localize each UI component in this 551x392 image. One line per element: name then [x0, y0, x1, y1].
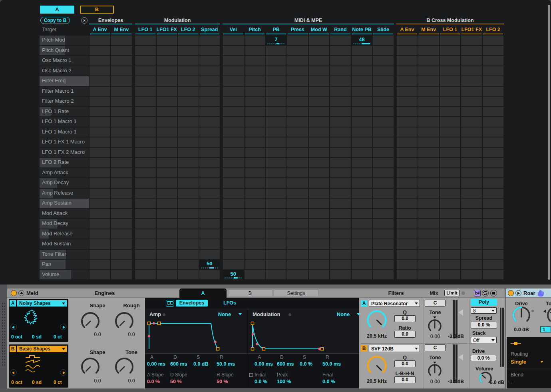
matrix-cell[interactable] — [266, 209, 286, 219]
matrix-cell[interactable] — [330, 229, 351, 239]
matrix-cell[interactable] — [135, 66, 156, 76]
mapping-hand-icon[interactable] — [537, 290, 544, 296]
filter-a-badge[interactable]: A — [361, 300, 367, 306]
matrix-cell[interactable] — [266, 270, 286, 280]
matrix-cell[interactable] — [245, 148, 265, 157]
matrix-cell[interactable] — [199, 76, 220, 86]
matrix-cell[interactable] — [199, 107, 220, 117]
matrix-cell[interactable] — [178, 189, 199, 198]
matrix-cell[interactable] — [373, 178, 394, 188]
matrix-cell[interactable] — [199, 97, 220, 106]
matrix-cell[interactable] — [199, 270, 220, 280]
engine-b-semitone[interactable]: 0 sd — [27, 380, 47, 385]
matrix-cell[interactable] — [352, 189, 372, 198]
matrix-cell[interactable] — [178, 36, 199, 45]
matrix-cell[interactable] — [199, 178, 220, 188]
matrix-cell[interactable] — [90, 219, 110, 229]
matrix-cell[interactable] — [483, 209, 503, 219]
matrix-cell[interactable] — [287, 97, 308, 106]
matrix-cell[interactable] — [352, 66, 372, 76]
mod-env-param-value[interactable]: 600 ms — [277, 361, 294, 367]
spread-field[interactable]: 0.0 % — [471, 322, 497, 328]
mix-b-level-value[interactable]: -3.0 dB — [444, 379, 468, 384]
matrix-cell[interactable] — [352, 117, 372, 127]
matrix-cell[interactable] — [483, 117, 503, 127]
matrix-cell[interactable] — [199, 46, 220, 56]
matrix-cell[interactable] — [418, 66, 439, 76]
matrix-cell[interactable] — [157, 270, 177, 280]
matrix-target-row-label[interactable]: LFO 2 Rate — [40, 158, 89, 167]
matrix-target-row-label[interactable]: Pitch Mod — [40, 36, 89, 45]
matrix-cell[interactable] — [157, 148, 177, 157]
engine-b-next-button[interactable] — [60, 369, 66, 376]
matrix-target-row-label[interactable]: Filter Macro 2 — [40, 97, 89, 106]
matrix-cell[interactable] — [199, 127, 220, 137]
matrix-cell[interactable] — [352, 270, 372, 280]
matrix-cell[interactable] — [440, 56, 461, 66]
matrix-cell[interactable] — [418, 107, 439, 117]
matrix-cell[interactable] — [352, 158, 372, 167]
matrix-cell[interactable] — [330, 97, 351, 106]
matrix-cell[interactable] — [90, 229, 110, 239]
matrix-cell[interactable] — [309, 168, 330, 178]
matrix-cell[interactable] — [461, 148, 482, 157]
matrix-cell[interactable] — [178, 66, 199, 76]
matrix-cell[interactable] — [483, 76, 503, 86]
matrix-cell[interactable] — [90, 178, 110, 188]
matrix-cell[interactable] — [266, 219, 286, 229]
mix-b-tone-knob[interactable] — [427, 363, 443, 379]
matrix-cell[interactable] — [330, 219, 351, 229]
matrix-cell[interactable] — [418, 270, 439, 280]
rough-a-knob[interactable] — [114, 311, 135, 332]
matrix-cell[interactable] — [418, 178, 439, 188]
matrix-cell[interactable] — [418, 189, 439, 198]
amp-env-mod-select[interactable]: None — [215, 311, 234, 317]
filter-b-badge[interactable]: B — [361, 345, 367, 352]
matrix-cell[interactable] — [111, 148, 132, 157]
matrix-cell[interactable] — [330, 199, 351, 208]
matrix-cell[interactable] — [223, 219, 244, 229]
matrix-cell[interactable] — [418, 148, 439, 157]
matrix-cell[interactable] — [111, 127, 132, 137]
matrix-cell[interactable] — [199, 36, 220, 45]
matrix-cell[interactable] — [483, 178, 503, 188]
matrix-cell[interactable] — [483, 87, 503, 96]
matrix-target-row-label[interactable]: Amp Decay — [40, 178, 89, 188]
matrix-cell[interactable] — [397, 250, 418, 259]
matrix-cell[interactable] — [199, 66, 220, 76]
matrix-cell[interactable] — [245, 270, 265, 280]
mod-amount-slider[interactable] — [353, 43, 371, 44]
matrix-cell[interactable] — [440, 36, 461, 45]
matrix-cell[interactable] — [287, 117, 308, 127]
matrix-cell[interactable] — [418, 97, 439, 106]
matrix-cell[interactable] — [373, 209, 394, 219]
matrix-cell[interactable] — [111, 46, 132, 56]
matrix-cell[interactable] — [135, 87, 156, 96]
matrix-cell[interactable] — [245, 107, 265, 117]
matrix-cell[interactable] — [245, 209, 265, 219]
matrix-cell[interactable] — [309, 127, 330, 137]
matrix-cell[interactable] — [352, 199, 372, 208]
matrix-column-header[interactable]: A Env — [89, 27, 111, 32]
mpe-link-icon[interactable] — [166, 300, 174, 306]
matrix-cell[interactable] — [309, 76, 330, 86]
matrix-cell[interactable] — [135, 76, 156, 86]
matrix-cell[interactable] — [418, 209, 439, 219]
matrix-cell[interactable] — [330, 250, 351, 259]
copy-to-b-button[interactable]: Copy to B — [40, 17, 70, 24]
matrix-tab-b[interactable]: B — [80, 6, 114, 14]
matrix-cell[interactable] — [483, 260, 503, 269]
matrix-cell[interactable] — [309, 46, 330, 56]
matrix-cell[interactable] — [266, 56, 286, 66]
stack-select[interactable]: Off — [471, 337, 497, 343]
matrix-cell[interactable] — [330, 148, 351, 157]
matrix-cell[interactable] — [330, 56, 351, 66]
matrix-cell[interactable] — [309, 148, 330, 157]
matrix-cell[interactable] — [135, 97, 156, 106]
matrix-cell[interactable] — [111, 250, 132, 259]
matrix-cell[interactable] — [223, 239, 244, 249]
matrix-cell[interactable] — [397, 239, 418, 249]
matrix-cell[interactable] — [309, 36, 330, 45]
matrix-cell[interactable] — [245, 178, 265, 188]
matrix-cell[interactable] — [135, 148, 156, 157]
